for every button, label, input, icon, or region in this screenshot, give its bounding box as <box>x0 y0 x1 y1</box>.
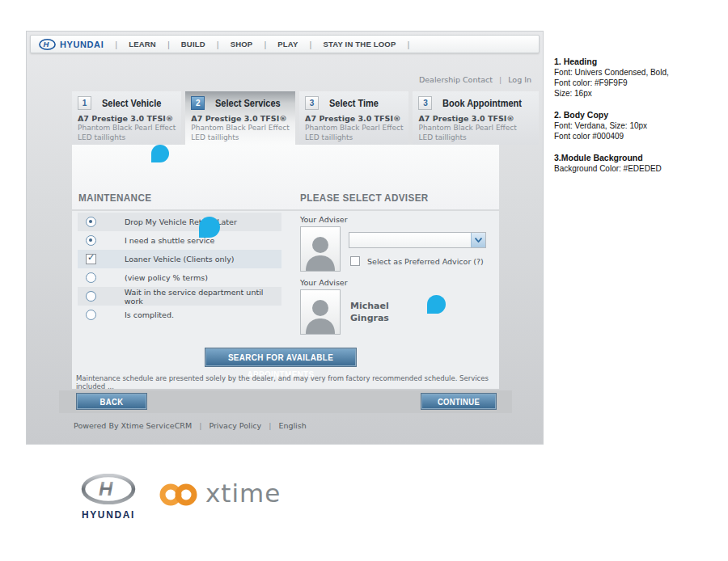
account-links: Dealership Contact | Log In <box>419 75 531 84</box>
top-navbar: H HYUNDAI | LEARN | BUILD | SHOP | PLAY … <box>30 35 540 53</box>
footer-links: Powered By Xtime ServiceCRM | Privacy Po… <box>74 421 307 430</box>
your-adviser-label-1: Your Adviser <box>300 215 348 224</box>
maintenance-disclaimer: Maintenance schedule are presented solel… <box>76 374 499 390</box>
log-in-link[interactable]: Log In <box>508 75 531 84</box>
nav-divider: | <box>310 40 312 49</box>
tab-header: 3 Select Time <box>299 91 408 112</box>
adviser-name: Michael Gingras <box>350 300 389 324</box>
annotation-line: Font: Verdana, Size: 10px <box>554 120 720 131</box>
annotation-module-background: 3.Module Background Background Color: #E… <box>554 153 720 174</box>
annotation-line: Size: 16px <box>554 88 720 99</box>
chevron-down-icon <box>475 238 482 243</box>
vehicle-model: A7 Prestige 3.0 TFSI® <box>78 114 176 124</box>
nav-divider: | <box>217 40 219 49</box>
section-heading-band: MAINTENANCE PLEASE SELECT ADVISER <box>72 145 499 209</box>
maintenance-heading: MAINTENANCE <box>78 192 151 204</box>
vehicle-model: A7 Prestige 3.0 TFSI® <box>418 114 532 124</box>
nav-item-learn[interactable]: LEARN <box>129 40 156 49</box>
service-option-row[interactable]: Wait in the service department until wor… <box>78 287 281 306</box>
annotation-title: 2. Body Copy <box>554 110 720 120</box>
radio-button[interactable] <box>86 310 96 320</box>
service-option-label: Loaner Vehicle (Clients only) <box>125 255 235 264</box>
callout-marker-2 <box>199 217 220 238</box>
step-number-badge: 1 <box>78 96 91 110</box>
radio-button[interactable] <box>86 291 96 302</box>
step-number-badge: 3 <box>305 96 319 110</box>
callout-marker-3 <box>427 295 446 314</box>
radio-button[interactable] <box>86 235 96 246</box>
callout-marker-1 <box>151 145 169 162</box>
hyundai-ellipse-logo-icon: H <box>81 474 136 504</box>
annotation-line: Background Color: #EDEDED <box>554 163 720 174</box>
app-window: H HYUNDAI | LEARN | BUILD | SHOP | PLAY … <box>26 31 544 445</box>
service-option-row[interactable]: (view policy % terms) <box>78 268 281 287</box>
tab-book-appointment[interactable]: 3 Book Appointment A7 Prestige 3.0 TFSI®… <box>413 91 538 145</box>
footer-divider: | <box>269 421 271 430</box>
adviser-dropdown[interactable] <box>349 232 486 248</box>
dropdown-arrow-button[interactable] <box>471 233 485 247</box>
vehicle-color: Phantom Black Pearl Effect <box>418 124 532 133</box>
continue-button[interactable]: CONTINUE <box>421 394 496 409</box>
nav-item-build[interactable]: BUILD <box>181 40 205 49</box>
tab-select-time[interactable]: 3 Select Time A7 Prestige 3.0 TFSI® Phan… <box>299 91 408 145</box>
tab-select-vehicle[interactable]: 1 Select Vehicle A7 Prestige 3.0 TFSI® P… <box>72 91 181 145</box>
adviser-name-first: Michael <box>350 300 389 312</box>
tab-label: Select Time <box>329 98 379 109</box>
nav-divider: | <box>167 40 170 49</box>
hyundai-footer-wordmark: HYUNDAI <box>71 509 145 521</box>
adviser-avatar-placeholder <box>300 226 341 272</box>
xtime-footer-logo: xtime <box>159 479 281 508</box>
adviser-name-last: Gingras <box>350 312 389 324</box>
links-divider: | <box>499 75 502 84</box>
annotation-line: Font color #000409 <box>554 131 720 141</box>
tab-label: Book Appointment <box>442 98 522 109</box>
xtime-footer-wordmark: xtime <box>205 479 281 508</box>
dealership-contact-link[interactable]: Dealership Contact <box>419 75 493 84</box>
step-number-badge: 2 <box>191 96 205 110</box>
service-option-label: Wait in the service department until wor… <box>125 288 281 306</box>
service-option-row[interactable]: Drop My Vehicle Return Later <box>78 213 281 231</box>
step-number-badge: 3 <box>418 96 432 110</box>
preferred-adviser-checkbox[interactable] <box>350 256 360 266</box>
step-tabs: 1 Select Vehicle A7 Prestige 3.0 TFSI® P… <box>72 91 499 145</box>
tab-label: Select Services <box>215 98 281 109</box>
radio-button[interactable] <box>86 217 96 227</box>
preferred-adviser-label: Select as Preferred Advicor (?) <box>367 257 484 266</box>
back-button[interactable]: BACK <box>77 394 146 409</box>
tab-header: 1 Select Vehicle <box>72 91 181 112</box>
service-option-row[interactable]: Is complited. <box>78 306 281 324</box>
tab-select-services[interactable]: 2 Select Services A7 Prestige 3.0 TFSI® … <box>185 91 295 145</box>
nav-item-play[interactable]: PLAY <box>277 40 298 49</box>
your-adviser-label-2: Your Adviser <box>300 278 348 287</box>
annotation-line: Font color: #F9F9F9 <box>554 78 720 88</box>
service-option-label: Is complited. <box>125 310 174 319</box>
vehicle-summary: A7 Prestige 3.0 TFSI® Phantom Black Pear… <box>413 112 538 147</box>
checkbox[interactable] <box>86 254 96 264</box>
vehicle-model: A7 Prestige 3.0 TFSI® <box>305 114 403 124</box>
vehicle-color: Phantom Black Pearl Effect <box>191 124 290 133</box>
svg-text:H: H <box>44 40 50 49</box>
nav-item-shop[interactable]: SHOP <box>231 40 253 49</box>
hyundai-nav-wordmark: HYUNDAI <box>60 40 104 49</box>
vehicle-option: LED taillights <box>78 133 176 143</box>
xtime-infinity-icon <box>159 479 201 507</box>
vehicle-summary: A7 Prestige 3.0 TFSI® Phantom Black Pear… <box>72 112 181 147</box>
annotation-heading: 1. Heading Font: Univers Condensed, Bold… <box>554 57 720 99</box>
service-option-label: Drop My Vehicle Return Later <box>125 217 237 226</box>
vehicle-model: A7 Prestige 3.0 TFSI® <box>191 114 290 124</box>
search-appointments-button[interactable]: SEARCH FOR AVAILABLE APPOINTMENTS <box>205 348 356 366</box>
nav-item-stay-in-the-loop[interactable]: STAY IN THE LOOP <box>323 40 396 49</box>
privacy-policy-link[interactable]: Privacy Policy <box>209 421 261 430</box>
nav-divider: | <box>115 40 117 49</box>
tab-label: Select Vehicle <box>102 98 161 109</box>
hyundai-nav-brand[interactable]: H HYUNDAI <box>39 39 104 50</box>
service-option-row[interactable]: I need a shuttle service <box>78 231 281 250</box>
back-button-label: BACK <box>100 394 124 409</box>
radio-button[interactable] <box>86 272 96 283</box>
language-link[interactable]: English <box>278 421 306 430</box>
service-option-row[interactable]: Loaner Vehicle (Clients only) <box>78 250 281 268</box>
continue-button-label: CONTINUE <box>438 394 480 409</box>
design-annotations: 1. Heading Font: Univers Condensed, Bold… <box>554 57 720 185</box>
svg-text:H: H <box>99 478 113 500</box>
tab-header: 3 Book Appointment <box>413 91 538 112</box>
